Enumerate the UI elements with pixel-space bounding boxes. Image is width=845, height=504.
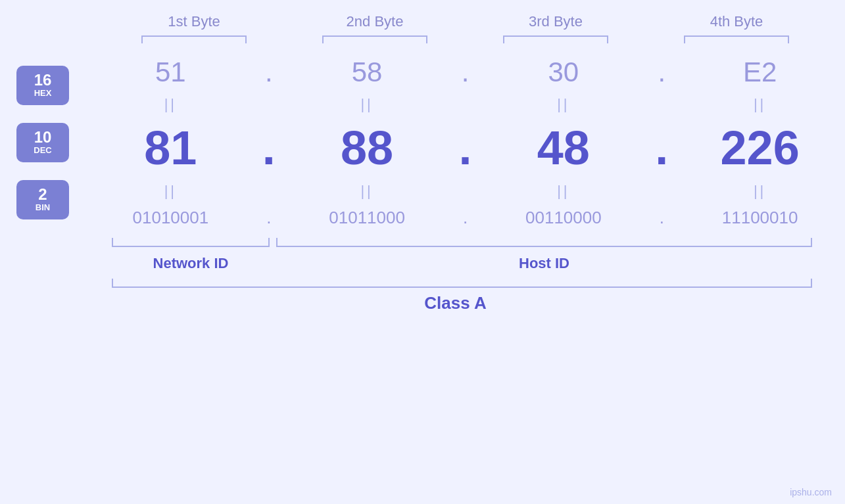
bin-value-1: 01010001 [133, 208, 209, 228]
bottom-section: Network ID Host ID Class A [0, 238, 845, 313]
parallel-lines-1: || || || || [85, 95, 845, 114]
bin-byte-1: 01010001 [85, 208, 256, 228]
byte-header-3: 3rd Byte [466, 13, 646, 35]
hex-badge-label: HEX [34, 88, 52, 98]
hex-byte-4: E2 [675, 57, 845, 88]
bin-byte-3: 00110000 [479, 208, 649, 228]
top-bracket-cell-2 [285, 35, 466, 43]
byte-header-4: 4th Byte [646, 13, 827, 35]
top-bracket-cell-1 [104, 35, 285, 43]
dec-value-3: 48 [537, 121, 590, 175]
hex-value-2: 58 [352, 57, 383, 88]
top-bracket-1 [141, 35, 247, 43]
bin-value-2: 01011000 [329, 208, 405, 228]
parallel-line-2-1: || [85, 183, 256, 200]
parallel-line-2-3: || [479, 183, 649, 200]
byte-header-2: 2nd Byte [285, 13, 466, 35]
top-bracket-cell-4 [646, 35, 827, 43]
top-bracket-cell-3 [466, 35, 646, 43]
bin-row: 01010001 . 01011000 . 00110000 . [85, 201, 845, 235]
main-container: 1st Byte 2nd Byte 3rd Byte 4th Byte 16 H… [0, 0, 845, 504]
dec-value-4: 226 [721, 121, 800, 175]
bin-dot-1: . [256, 208, 282, 228]
bin-byte-2: 01011000 [282, 208, 452, 228]
parallel-line-1-3: || [479, 96, 649, 113]
hex-byte-3: 30 [479, 57, 649, 88]
bin-value-3: 00110000 [525, 208, 602, 228]
host-id-label: Host ID [276, 255, 812, 272]
bin-dot-2: . [452, 208, 479, 228]
label-column: 16 HEX 10 DEC 2 BIN [0, 50, 85, 235]
class-bracket [112, 279, 812, 288]
hex-byte-1: 51 [85, 57, 256, 88]
dec-badge-label: DEC [34, 145, 51, 155]
dec-byte-3: 48 [479, 121, 649, 175]
hex-dot-3: . [648, 57, 675, 88]
class-label: Class A [99, 293, 812, 313]
dec-byte-1: 81 [85, 121, 256, 175]
bin-byte-4: 11100010 [675, 208, 845, 228]
dec-dot-3: . [648, 121, 675, 175]
dec-value-2: 88 [341, 121, 393, 175]
parallel-line-2-4: || [675, 183, 845, 200]
byte-headers-row: 1st Byte 2nd Byte 3rd Byte 4th Byte [104, 13, 827, 35]
top-brackets [104, 35, 827, 43]
bin-dot-3: . [648, 208, 675, 228]
hex-value-1: 51 [155, 57, 186, 88]
dec-dot-1: . [256, 121, 282, 175]
dec-badge-number: 10 [34, 129, 52, 145]
parallel-line-2-2: || [282, 183, 452, 200]
bottom-brackets-row [99, 238, 812, 251]
top-bracket-4 [684, 35, 789, 43]
parallel-line-1-4: || [675, 96, 845, 113]
dec-row: 81 . 88 . 48 . 226 [85, 114, 845, 181]
bin-badge-number: 2 [38, 187, 47, 202]
dec-badge: 10 DEC [16, 123, 69, 162]
dec-byte-2: 88 [282, 121, 452, 175]
watermark: ipshu.com [790, 487, 832, 497]
dec-dot-2: . [452, 121, 479, 175]
data-rows: 51 . 58 . 30 . E2 [85, 50, 845, 235]
parallel-line-1-1: || [85, 96, 256, 113]
parallel-line-1-2: || [282, 96, 452, 113]
byte-header-1: 1st Byte [104, 13, 285, 35]
hex-badge: 16 HEX [16, 66, 69, 105]
hex-value-4: E2 [743, 57, 777, 88]
hex-byte-2: 58 [282, 57, 452, 88]
parallel-lines-2: || || || || [85, 181, 845, 201]
bin-badge-label: BIN [36, 202, 50, 212]
top-bracket-3 [503, 35, 608, 43]
host-bracket [276, 238, 812, 247]
dec-value-1: 81 [144, 121, 197, 175]
dec-byte-4: 226 [675, 121, 845, 175]
hex-dot-2: . [452, 57, 479, 88]
bin-value-4: 11100010 [722, 208, 798, 228]
network-bracket [112, 238, 270, 247]
content-area: 16 HEX 10 DEC 2 BIN 51 . [0, 50, 845, 235]
hex-dot-1: . [256, 57, 282, 88]
hex-value-3: 30 [548, 57, 579, 88]
class-section: Class A [99, 279, 812, 313]
hex-badge-number: 16 [34, 72, 52, 88]
network-id-label: Network ID [112, 255, 270, 272]
hex-row: 51 . 58 . 30 . E2 [85, 50, 845, 95]
id-labels-row: Network ID Host ID [99, 255, 812, 272]
top-bracket-2 [322, 35, 427, 43]
bin-badge: 2 BIN [16, 180, 69, 219]
